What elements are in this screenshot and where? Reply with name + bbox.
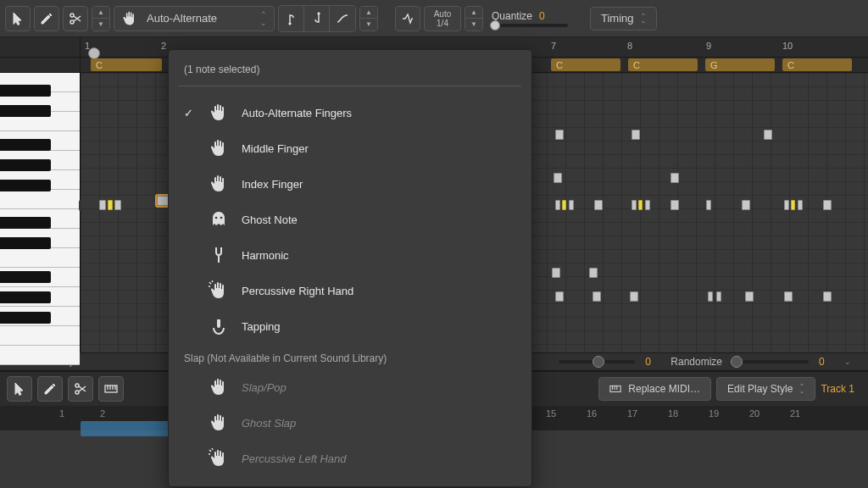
articulation-menu-item[interactable]: Ghost Note: [169, 202, 531, 237]
bottom-scissors-tool[interactable]: [68, 376, 93, 402]
midi-note[interactable]: [555, 291, 564, 302]
midi-note[interactable]: [764, 130, 772, 140]
fork-icon: [208, 244, 230, 266]
midi-note[interactable]: [632, 200, 637, 210]
midi-note[interactable]: [670, 200, 679, 210]
articulation-menu-item[interactable]: Harmonic: [169, 237, 531, 273]
slap-icon: [208, 280, 230, 302]
ruler-number: 19: [709, 408, 719, 419]
midi-note[interactable]: [670, 173, 679, 183]
note-up-icon[interactable]: [279, 6, 304, 31]
piano-keyboard[interactable]: C2: [0, 73, 81, 352]
note-down-icon[interactable]: [304, 6, 330, 31]
midi-note[interactable]: [716, 291, 721, 302]
chord-marker[interactable]: C: [782, 58, 852, 71]
midi-note[interactable]: [823, 291, 832, 302]
chevron-updown-icon: ⌃⌄: [641, 14, 646, 24]
chord-marker[interactable]: G: [705, 58, 775, 71]
midi-note[interactable]: [552, 268, 560, 278]
chevron-updown-icon: ⌃⌄: [799, 384, 804, 394]
velocity-randomize-slider[interactable]: [732, 360, 809, 363]
articulation-menu-item[interactable]: Tapping: [169, 308, 531, 344]
bottom-pointer-tool[interactable]: [7, 376, 32, 402]
midi-note[interactable]: [638, 200, 643, 210]
svg-point-4: [75, 384, 79, 387]
midi-note[interactable]: [554, 173, 562, 183]
quantize-slider[interactable]: [492, 24, 568, 27]
svg-point-3: [317, 12, 319, 14]
timing-button[interactable]: Timing ⌃⌄: [590, 7, 657, 30]
midi-note[interactable]: [589, 268, 598, 278]
ruler-number: 16: [587, 408, 597, 419]
slap-icon: [208, 447, 230, 469]
scissors-tool[interactable]: [63, 6, 88, 31]
pencil-tool[interactable]: [34, 6, 59, 31]
midi-note[interactable]: [99, 200, 106, 210]
midi-note[interactable]: [645, 200, 650, 210]
ruler-number: 1: [85, 41, 90, 51]
svg-point-0: [70, 14, 74, 17]
chord-marker[interactable]: C: [628, 58, 698, 71]
midi-note[interactable]: [555, 200, 560, 210]
curve-tool-icon[interactable]: [330, 6, 355, 31]
menu-item-label: Index Finger: [242, 178, 303, 191]
menu-item-label: Auto-Alternate Fingers: [242, 107, 352, 119]
midi-note[interactable]: [555, 130, 564, 140]
midi-note[interactable]: [791, 200, 795, 210]
velocity-offset-slider[interactable]: [559, 360, 635, 363]
midi-note[interactable]: [593, 291, 601, 302]
grid-auto-button[interactable]: Auto 1/4: [424, 6, 461, 31]
hand-icon: [208, 137, 230, 159]
articulation-menu-item[interactable]: Middle Finger: [169, 130, 531, 166]
midi-note[interactable]: [108, 200, 113, 210]
midi-note[interactable]: [114, 200, 121, 210]
pointer-tool[interactable]: [5, 6, 31, 31]
articulation-label: Auto-Alternate: [147, 12, 217, 25]
dropdown-caret-icon: ⌃⌄: [260, 10, 267, 27]
articulation-menu-item[interactable]: ✓Auto-Alternate Fingers: [169, 95, 531, 130]
menu-item-label: Ghost Slap: [242, 417, 296, 430]
articulation-menu-item[interactable]: Index Finger: [169, 166, 531, 202]
articulation-menu-item[interactable]: Percussive Right Hand: [169, 273, 531, 308]
midi-note[interactable]: [706, 200, 711, 210]
ruler-number: 2: [100, 408, 105, 419]
lane-chevron-icon[interactable]: ⌄: [844, 358, 851, 366]
ruler-number: 8: [627, 41, 632, 51]
app-root: ▲▼ Auto-Alternate ⌃⌄ ▲▼ Auto 1/4 ▲▼ Quan…: [0, 0, 868, 488]
midi-note[interactable]: [569, 200, 574, 210]
midi-note[interactable]: [798, 200, 803, 210]
replace-midi-button[interactable]: Replace MIDI…: [598, 377, 711, 401]
midi-note[interactable]: [745, 291, 754, 302]
midi-note[interactable]: [630, 291, 638, 302]
midi-note[interactable]: [708, 291, 713, 302]
midi-note[interactable]: [594, 200, 603, 210]
midi-note[interactable]: [784, 200, 789, 210]
midi-note[interactable]: [823, 200, 832, 210]
svg-point-1: [70, 20, 74, 24]
svg-point-8: [215, 217, 218, 219]
bottom-pencil-tool[interactable]: [37, 376, 63, 402]
menu-item-label: Ghost Note: [242, 214, 298, 226]
articulation-menu-item-disabled: Slap/Pop: [169, 369, 531, 405]
midi-note[interactable]: [562, 200, 566, 210]
edit-play-style-button[interactable]: Edit Play Style ⌃⌄: [716, 377, 815, 401]
shape-stepper[interactable]: ▲▼: [359, 6, 378, 31]
midi-note[interactable]: [742, 200, 750, 210]
menu-item-label: Middle Finger: [242, 142, 309, 155]
tap-icon: [208, 315, 230, 337]
hand-icon: [208, 376, 230, 398]
chord-marker[interactable]: C: [91, 58, 162, 71]
note-shape-segment: [278, 5, 356, 32]
ruler-number: 20: [749, 408, 760, 419]
tool-stepper[interactable]: ▲▼: [92, 6, 110, 31]
grid-stepper[interactable]: ▲▼: [465, 6, 483, 31]
midi-note[interactable]: [784, 291, 793, 302]
articulation-select[interactable]: Auto-Alternate ⌃⌄: [114, 6, 275, 31]
midi-note[interactable]: [632, 130, 640, 140]
hand-icon: [121, 10, 138, 27]
snap-toggle[interactable]: [395, 6, 420, 31]
bottom-keyboard-icon[interactable]: [98, 376, 124, 402]
menu-item-label: Harmonic: [242, 249, 289, 262]
chord-marker[interactable]: C: [551, 58, 620, 71]
velocity-offset-value: 0: [645, 356, 660, 368]
